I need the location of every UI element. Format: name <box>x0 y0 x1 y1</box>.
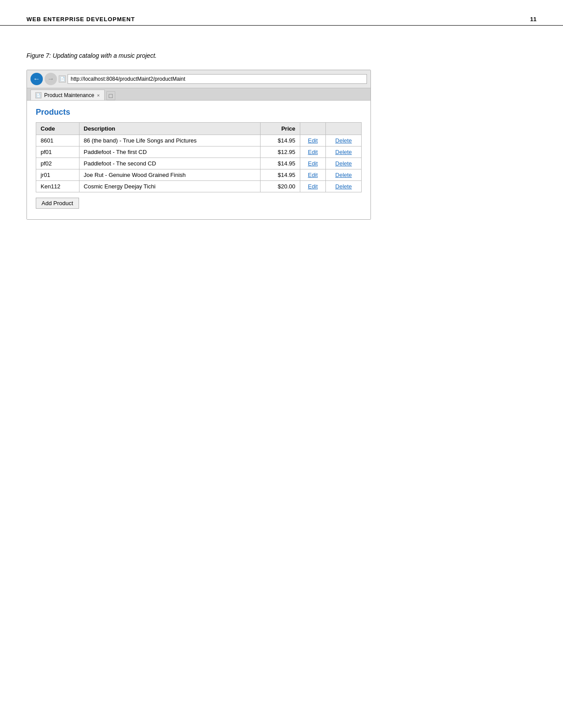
table-row: jr01Joe Rut - Genuine Wood Grained Finis… <box>36 169 362 181</box>
cell-code: jr01 <box>36 169 79 181</box>
cell-delete: Delete <box>326 146 362 158</box>
edit-link[interactable]: Edit <box>308 183 317 190</box>
delete-link[interactable]: Delete <box>335 149 352 155</box>
cell-edit: Edit <box>300 158 325 169</box>
col-header-description: Description <box>79 123 260 135</box>
col-header-code: Code <box>36 123 79 135</box>
cell-delete: Delete <box>326 181 362 192</box>
cell-code: pf01 <box>36 146 79 158</box>
delete-link[interactable]: Delete <box>335 137 352 144</box>
cell-price: $20.00 <box>260 181 300 192</box>
cell-edit: Edit <box>300 135 325 146</box>
cell-delete: Delete <box>326 135 362 146</box>
cell-description: 86 (the band) - True Life Songs and Pict… <box>79 135 260 146</box>
delete-link[interactable]: Delete <box>335 183 352 190</box>
browser-window: ← → 📄 📄 Product Maintenance × □ Products… <box>26 70 371 220</box>
figure-caption: Figure 7: Updating catalog with a music … <box>26 52 537 59</box>
cell-description: Cosmic Energy Deejay Tichi <box>79 181 260 192</box>
col-header-edit <box>300 123 325 135</box>
address-bar[interactable] <box>68 74 367 84</box>
edit-link[interactable]: Edit <box>308 160 317 167</box>
products-table: Code Description Price 860186 (the band)… <box>36 122 362 192</box>
col-header-delete <box>326 123 362 135</box>
products-heading: Products <box>36 108 362 117</box>
cell-price: $14.95 <box>260 135 300 146</box>
tab-label: Product Maintenance <box>44 92 94 98</box>
tab-favicon: 📄 <box>35 92 42 98</box>
browser-tab-product-maintenance[interactable]: 📄 Product Maintenance × <box>30 90 105 100</box>
page-header: WEB ENTERPRISE DEVELOPMENT 11 <box>0 0 563 26</box>
edit-link[interactable]: Edit <box>308 172 317 178</box>
cell-edit: Edit <box>300 146 325 158</box>
cell-delete: Delete <box>326 169 362 181</box>
page-number: 11 <box>530 16 537 23</box>
table-row: Ken112Cosmic Energy Deejay Tichi$20.00Ed… <box>36 181 362 192</box>
delete-link[interactable]: Delete <box>335 172 352 178</box>
table-row: pf01Paddlefoot - The first CD$12.95EditD… <box>36 146 362 158</box>
edit-link[interactable]: Edit <box>308 137 317 144</box>
add-product-button[interactable]: Add Product <box>36 198 79 209</box>
browser-content: Products Code Description Price 860186 (… <box>27 101 370 219</box>
cell-description: Joe Rut - Genuine Wood Grained Finish <box>79 169 260 181</box>
cell-description: Paddlefoot - The second CD <box>79 158 260 169</box>
cell-description: Paddlefoot - The first CD <box>79 146 260 158</box>
cell-price: $14.95 <box>260 158 300 169</box>
edit-link[interactable]: Edit <box>308 149 317 155</box>
browser-toolbar: ← → 📄 <box>27 70 370 88</box>
cell-edit: Edit <box>300 169 325 181</box>
browser-forward-button[interactable]: → <box>45 73 57 85</box>
cell-price: $12.95 <box>260 146 300 158</box>
table-row: pf02Paddlefoot - The second CD$14.95Edit… <box>36 158 362 169</box>
table-header-row: Code Description Price <box>36 123 362 135</box>
col-header-price: Price <box>260 123 300 135</box>
tab-close-button[interactable]: × <box>97 93 99 98</box>
browser-tabs-bar: 📄 Product Maintenance × □ <box>27 88 370 101</box>
address-bar-favicon: 📄 <box>59 75 66 83</box>
table-row: 860186 (the band) - True Life Songs and … <box>36 135 362 146</box>
cell-edit: Edit <box>300 181 325 192</box>
header-title: WEB ENTERPRISE DEVELOPMENT <box>26 16 135 23</box>
cell-code: 8601 <box>36 135 79 146</box>
new-tab-button[interactable]: □ <box>106 91 115 100</box>
cell-code: Ken112 <box>36 181 79 192</box>
cell-price: $14.95 <box>260 169 300 181</box>
cell-code: pf02 <box>36 158 79 169</box>
delete-link[interactable]: Delete <box>335 160 352 167</box>
cell-delete: Delete <box>326 158 362 169</box>
browser-back-button[interactable]: ← <box>30 73 43 85</box>
